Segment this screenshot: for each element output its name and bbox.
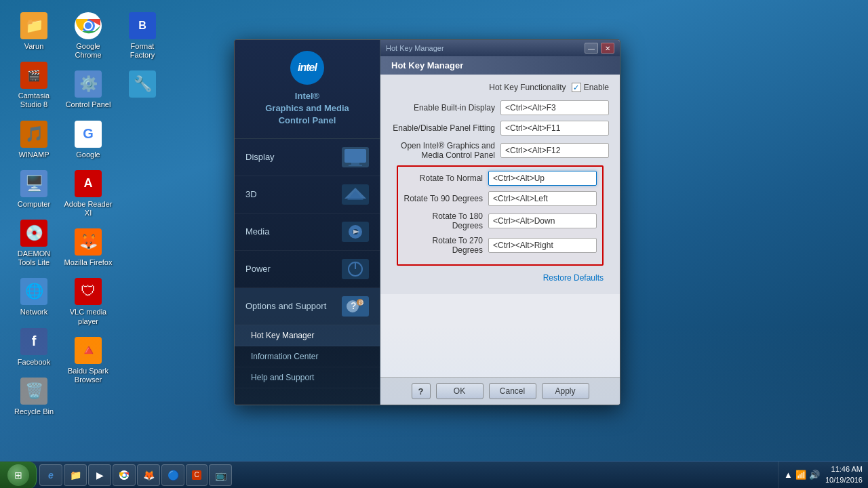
sidebar-item-display[interactable]: Display [235, 139, 380, 176]
desktop-icon-google[interactable]: G Google [61, 115, 115, 165]
vlc-icon: 🔺 [75, 337, 102, 364]
ok-button[interactable]: OK [436, 383, 484, 399]
taskbar-screen[interactable]: 📺 [209, 464, 232, 486]
computer-label: Computer [18, 200, 50, 209]
sidebar-sub-help[interactable]: Help and Support [235, 367, 380, 388]
taskbar-camtasia[interactable]: C [186, 464, 208, 486]
rotate-180-label: Rotate To 180 Degrees [403, 211, 483, 230]
panel-fitting-input[interactable] [500, 121, 609, 136]
restore-defaults-container: Restore Defaults [391, 268, 609, 286]
camtasia-icon: 🎬 [20, 62, 47, 89]
format-factory-icon: 🔧 [129, 70, 156, 98]
vlc-label: Baidu Spark Browser [64, 367, 113, 384]
desktop-icon-avg[interactable]: 🛡 VLC media player [61, 272, 115, 331]
rotate-180-input[interactable] [488, 214, 597, 228]
intel-sidebar: intel Intel® Graphics and Media Control … [235, 40, 380, 405]
sidebar-item-media[interactable]: Media [235, 214, 380, 251]
window-controls: — ✕ [585, 43, 614, 54]
close-button[interactable]: ✕ [601, 43, 614, 54]
desktop-icon-recycle[interactable]: 🗑️ Recycle Bin [7, 372, 61, 422]
rotate-90-input[interactable] [488, 191, 597, 206]
varun-label: Varun [24, 42, 44, 51]
rotate-normal-input[interactable] [488, 171, 597, 186]
camtasia-label: Camtasia Studio 8 [9, 92, 58, 109]
google-label: Google [76, 150, 100, 159]
desktop-icon-baidu[interactable]: B Format Factory [115, 7, 170, 65]
help-button[interactable]: ? [412, 383, 431, 399]
desktop-icon-control-panel[interactable]: ⚙️ Control Panel [61, 65, 115, 115]
firefox-icon: 🦊 [75, 228, 102, 256]
google-icon: G [75, 121, 102, 148]
360-taskbar-icon: 🔵 [167, 470, 178, 481]
avg-label: VLC media player [64, 308, 113, 325]
taskbar-ie[interactable]: e [39, 464, 62, 486]
desktop-icon-camtasia[interactable]: 🎬 Camtasia Studio 8 [7, 56, 61, 115]
tray-network-icon: 📶 [795, 470, 806, 480]
sidebar-item-options[interactable]: Options and Support ? ⚙ [235, 288, 380, 325]
adobe-label: Adobe Reader XI [64, 200, 113, 218]
desktop-icon-format-factory[interactable]: 🔧 [115, 65, 170, 106]
ie-icon: e [45, 470, 56, 481]
desktop-icon-varun[interactable]: 📁 Varun [7, 7, 61, 56]
recycle-icon: 🗑️ [20, 378, 47, 405]
baidu-label: Format Factory [118, 42, 167, 60]
control-panel-icon: ⚙️ [75, 70, 102, 98]
computer-icon: 🖥️ [20, 170, 47, 197]
open-panel-input[interactable] [500, 143, 609, 158]
sidebar-sub-info[interactable]: Information Center [235, 346, 380, 367]
builtin-display-row: Enable Built-in Display [391, 100, 609, 115]
desktop-icon-network[interactable]: 🌐 Network [7, 272, 61, 322]
apply-button[interactable]: Apply [542, 383, 589, 399]
desktop-icon-winamp[interactable]: 🎵 WINAMP [7, 115, 61, 165]
panel-footer: ? OK Cancel Apply [380, 377, 620, 405]
sidebar-item-3d[interactable]: 3D [235, 176, 380, 214]
sidebar-item-power[interactable]: Power [235, 251, 380, 288]
baidu-icon: B [129, 12, 156, 39]
rotate-270-input[interactable] [488, 238, 597, 253]
start-orb-icon: ⊞ [7, 464, 29, 486]
functionality-label: Hot Key Functionality [391, 83, 566, 92]
rotation-highlight-box: Rotate To Normal Rotate To 90 Degrees Ro… [397, 165, 604, 266]
enable-checkbox[interactable]: ✓ [572, 83, 581, 92]
tray-sound-icon: 🔊 [809, 470, 820, 480]
rotate-270-label: Rotate To 270 Degrees [403, 236, 483, 255]
firefox-label: Mozilla Firefox [64, 258, 113, 267]
svg-rect-4 [344, 149, 366, 163]
intel-logo-icon: intel [290, 51, 324, 85]
desktop-icon-chrome[interactable]: Google Chrome [61, 7, 115, 65]
start-button[interactable]: ⊞ [0, 462, 37, 489]
desktop-icon-daemon[interactable]: 💿 DAEMON Tools Lite [7, 214, 61, 272]
taskbar-items: e 📁 ▶ [37, 462, 778, 488]
desktop-icon-computer[interactable]: 🖥️ Computer [7, 165, 61, 214]
explorer-icon: 📁 [70, 470, 81, 481]
taskbar-chrome[interactable] [113, 464, 136, 486]
intel-main-panel: Hot Key Manager — ✕ Hot Key Manager Hot … [380, 40, 620, 405]
restore-defaults-link[interactable]: Restore Defaults [543, 273, 604, 283]
recycle-label: Recycle Bin [14, 407, 54, 416]
minimize-button[interactable]: — [585, 43, 598, 54]
cancel-button[interactable]: Cancel [489, 383, 536, 399]
enable-checkbox-label[interactable]: ✓ Enable [572, 83, 609, 92]
builtin-display-input[interactable] [500, 100, 609, 115]
panel-titlebar: Hot Key Manager — ✕ [380, 40, 620, 56]
taskbar-360[interactable]: 🔵 [161, 464, 184, 486]
avg-icon: 🛡 [75, 278, 102, 305]
facebook-icon: f [20, 328, 47, 355]
sidebar-sub-hotkey[interactable]: Hot Key Manager [235, 325, 380, 346]
firefox-taskbar-icon: 🦊 [143, 470, 154, 481]
svg-text:⚙: ⚙ [358, 299, 364, 306]
system-clock[interactable]: 11:46 AM 10/19/2016 [825, 464, 863, 485]
taskbar-explorer[interactable]: 📁 [64, 464, 87, 486]
taskbar-firefox[interactable]: 🦊 [137, 464, 160, 486]
desktop-icon-adobe[interactable]: A Adobe Reader XI [61, 165, 115, 223]
rotate-normal-row: Rotate To Normal [403, 171, 597, 186]
desktop-icon-firefox[interactable]: 🦊 Mozilla Firefox [61, 223, 115, 272]
desktop-icon-facebook[interactable]: f Facebook [7, 323, 61, 372]
tray-arrow-icon[interactable]: ▲ [784, 470, 793, 480]
taskbar-media[interactable]: ▶ [88, 464, 111, 486]
network-label: Network [20, 308, 47, 317]
desktop-icon-vlc[interactable]: 🔺 Baidu Spark Browser [61, 331, 115, 390]
options-thumbnail-icon: ? ⚙ [342, 296, 369, 317]
svg-point-20 [123, 473, 126, 476]
daemon-label: DAEMON Tools Lite [9, 249, 58, 267]
